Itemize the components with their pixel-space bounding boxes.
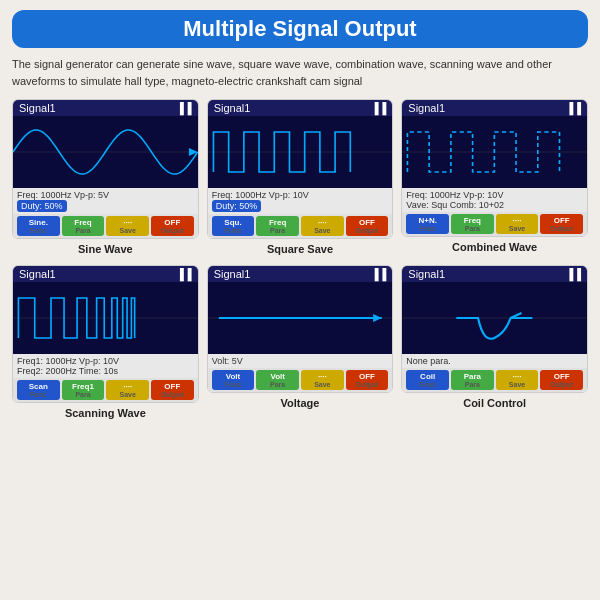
card-buttons-scanning-wave: ScanFuncFreq1Para····SaveOFFOutput: [13, 378, 198, 402]
card-btn3-voltage[interactable]: ····Save: [301, 370, 344, 390]
card-btn2-combined-wave[interactable]: FreqPara: [451, 214, 494, 234]
card-btn1-sine-wave[interactable]: Sine.Func: [17, 216, 60, 236]
card-header-coil-control: Signal1▐▐: [402, 266, 587, 282]
card-title-scanning-wave: Signal1: [19, 268, 56, 280]
card-btn2-sine-wave[interactable]: FreqPara: [62, 216, 105, 236]
card-buttons-voltage: VoltFuncVoltPara····SaveOFFOutput: [208, 368, 393, 392]
btn-bot-label: Func: [213, 227, 254, 234]
card-btn4-combined-wave[interactable]: OFFOutput: [540, 214, 583, 234]
card-btn4-voltage[interactable]: OFFOutput: [346, 370, 389, 390]
btn-top-label: Coil: [407, 372, 448, 381]
card-btn1-coil-control[interactable]: CoilFunc: [406, 370, 449, 390]
card-label-coil-control: Coil Control: [401, 397, 588, 411]
card-sine-wave: Signal1▐▐ Freq: 1000Hz Vp-p: 5VDuty: 50%…: [12, 99, 199, 257]
btn-bot-label: Save: [497, 225, 538, 232]
btn-top-label: ····: [497, 216, 538, 225]
description: The signal generator can generate sine w…: [12, 56, 588, 89]
card-btn4-square-wave[interactable]: OFFOutput: [346, 216, 389, 236]
card-label-combined-wave: Combined Wave: [401, 241, 588, 255]
btn-top-label: OFF: [347, 372, 388, 381]
btn-top-label: Para: [452, 372, 493, 381]
card-label-square-wave: Square Save: [207, 243, 394, 257]
card-buttons-square-wave: Squ.FuncFreqPara····SaveOFFOutput: [208, 214, 393, 238]
btn-bot-label: Para: [63, 227, 104, 234]
card-btn1-square-wave[interactable]: Squ.Func: [212, 216, 255, 236]
card-header-voltage: Signal1▐▐: [208, 266, 393, 282]
card-screen-combined-wave: [402, 116, 587, 188]
card-info-row2-scanning-wave: Freq2: 2000Hz Time: 10s: [17, 366, 194, 376]
card-icon-voltage: ▐▐: [371, 268, 387, 280]
btn-top-label: Volt: [213, 372, 254, 381]
btn-bot-label: Func: [213, 381, 254, 388]
card-info-row2-combined-wave: Vave: Squ Comb: 10+02: [406, 200, 583, 210]
btn-top-label: Sine.: [18, 218, 59, 227]
card-btn3-combined-wave[interactable]: ····Save: [496, 214, 539, 234]
card-header-sine-wave: Signal1▐▐: [13, 100, 198, 116]
card-header-combined-wave: Signal1▐▐: [402, 100, 587, 116]
btn-bot-label: Save: [107, 227, 148, 234]
btn-bot-label: Func: [18, 227, 59, 234]
card-btn4-sine-wave[interactable]: OFFOutput: [151, 216, 194, 236]
card-buttons-sine-wave: Sine.FuncFreqPara····SaveOFFOutput: [13, 214, 198, 238]
btn-bot-label: Para: [63, 391, 104, 398]
btn-top-label: Squ.: [213, 218, 254, 227]
card-title-square-wave: Signal1: [214, 102, 251, 114]
btn-bot-label: Save: [302, 227, 343, 234]
card-btn3-square-wave[interactable]: ····Save: [301, 216, 344, 236]
card-info-voltage: Volt: 5V: [208, 354, 393, 368]
card-scanning-wave: Signal1▐▐ Freq1: 1000Hz Vp-p: 10VFreq2: …: [12, 265, 199, 421]
card-badge-square-wave: Duty: 50%: [212, 200, 262, 212]
btn-top-label: ····: [302, 372, 343, 381]
card-coil-control: Signal1▐▐ None para.CoilFuncParaPara····…: [401, 265, 588, 421]
card-info-sine-wave: Freq: 1000Hz Vp-p: 5VDuty: 50%: [13, 188, 198, 214]
btn-top-label: Freq: [63, 218, 104, 227]
btn-bot-label: Output: [347, 227, 388, 234]
card-header-scanning-wave: Signal1▐▐: [13, 266, 198, 282]
card-label-voltage: Voltage: [207, 397, 394, 411]
page: Multiple Signal Output The signal genera…: [0, 0, 600, 600]
btn-top-label: Volt: [257, 372, 298, 381]
card-btn2-scanning-wave[interactable]: Freq1Para: [62, 380, 105, 400]
card-btn2-coil-control[interactable]: ParaPara: [451, 370, 494, 390]
card-info-combined-wave: Freq: 1000Hz Vp-p: 10VVave: Squ Comb: 10…: [402, 188, 587, 212]
btn-top-label: ····: [302, 218, 343, 227]
btn-bot-label: Func: [18, 391, 59, 398]
card-btn4-coil-control[interactable]: OFFOutput: [540, 370, 583, 390]
btn-bot-label: Output: [152, 391, 193, 398]
card-info-square-wave: Freq: 1000Hz Vp-p: 10VDuty: 50%: [208, 188, 393, 214]
card-btn2-square-wave[interactable]: FreqPara: [256, 216, 299, 236]
card-header-square-wave: Signal1▐▐: [208, 100, 393, 116]
card-info-row1-scanning-wave: Freq1: 1000Hz Vp-p: 10V: [17, 356, 194, 366]
card-badge-sine-wave: Duty: 50%: [17, 200, 67, 212]
btn-bot-label: Para: [452, 381, 493, 388]
btn-bot-label: Output: [541, 225, 582, 232]
card-btn3-scanning-wave[interactable]: ····Save: [106, 380, 149, 400]
btn-top-label: Freq: [257, 218, 298, 227]
card-icon-scanning-wave: ▐▐: [176, 268, 192, 280]
card-btn3-coil-control[interactable]: ····Save: [496, 370, 539, 390]
btn-top-label: OFF: [152, 382, 193, 391]
card-btn1-combined-wave[interactable]: N+N.Func: [406, 214, 449, 234]
card-title-voltage: Signal1: [214, 268, 251, 280]
card-label-scanning-wave: Scanning Wave: [12, 407, 199, 421]
card-btn1-voltage[interactable]: VoltFunc: [212, 370, 255, 390]
page-title: Multiple Signal Output: [32, 16, 568, 42]
card-buttons-coil-control: CoilFuncParaPara····SaveOFFOutput: [402, 368, 587, 392]
btn-top-label: Freq: [452, 216, 493, 225]
card-btn2-voltage[interactable]: VoltPara: [256, 370, 299, 390]
card-info-row1-voltage: Volt: 5V: [212, 356, 389, 366]
card-info-row1-coil-control: None para.: [406, 356, 583, 366]
btn-top-label: OFF: [541, 216, 582, 225]
card-icon-sine-wave: ▐▐: [176, 102, 192, 114]
btn-bot-label: Save: [107, 391, 148, 398]
btn-bot-label: Para: [257, 381, 298, 388]
card-info-row1-sine-wave: Freq: 1000Hz Vp-p: 5V: [17, 190, 194, 200]
card-btn1-scanning-wave[interactable]: ScanFunc: [17, 380, 60, 400]
card-btn4-scanning-wave[interactable]: OFFOutput: [151, 380, 194, 400]
btn-bot-label: Func: [407, 381, 448, 388]
card-btn3-sine-wave[interactable]: ····Save: [106, 216, 149, 236]
btn-top-label: ····: [107, 218, 148, 227]
card-square-wave: Signal1▐▐ Freq: 1000Hz Vp-p: 10VDuty: 50…: [207, 99, 394, 257]
card-label-sine-wave: Sine Wave: [12, 243, 199, 257]
svg-marker-8: [373, 314, 382, 322]
